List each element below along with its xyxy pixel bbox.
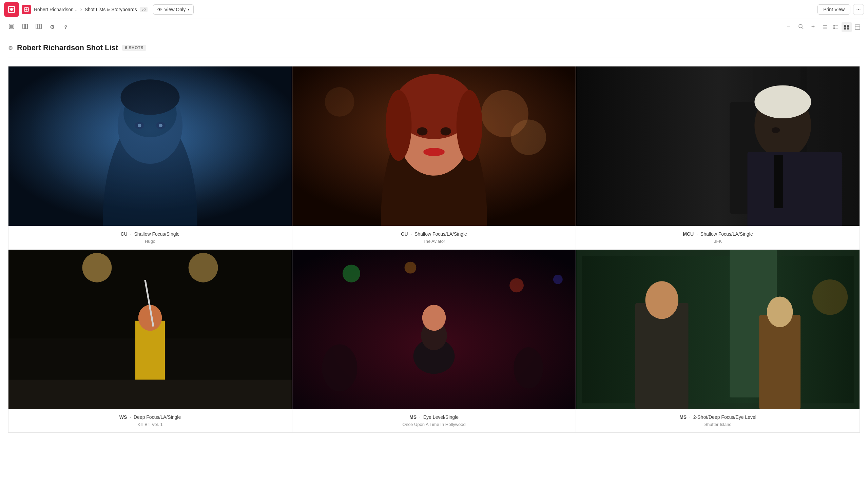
shot-dot-separator: · [418, 414, 422, 420]
toolbar-right: − + [783, 22, 863, 33]
svg-point-40 [511, 120, 546, 155]
top-bar: Robert Richardson .. › Shot Lists & Stor… [0, 0, 868, 19]
project-logo-icon [24, 7, 29, 12]
shot-type-4: WS · Deep Focus/LA/Single [14, 414, 286, 420]
svg-rect-9 [23, 24, 25, 29]
zoom-button[interactable] [795, 22, 806, 33]
shot-movie-4: Kill Bill Vol. 1 [14, 422, 286, 427]
board-view-button[interactable] [852, 22, 863, 32]
svg-point-37 [159, 124, 162, 127]
svg-rect-26 [847, 27, 849, 30]
single-column-button[interactable] [5, 21, 18, 33]
more-options-button[interactable]: ··· [853, 4, 864, 15]
split-column-button[interactable] [33, 21, 45, 33]
breadcrumb-separator: › [80, 6, 82, 13]
shot-dot-separator: · [695, 231, 699, 237]
zoom-in-button[interactable]: + [808, 22, 818, 33]
zoom-out-button[interactable]: − [783, 22, 794, 33]
svg-rect-83 [759, 315, 801, 409]
shot-image-5 [292, 250, 576, 409]
svg-rect-57 [774, 155, 783, 208]
svg-point-14 [799, 24, 802, 28]
list-view-button[interactable] [820, 22, 830, 32]
svg-rect-25 [844, 27, 846, 30]
shot-details: Eye Level/Single [423, 414, 459, 420]
shot-details: Shallow Focus/Single [134, 231, 180, 237]
shot-info-1: CU · Shallow Focus/SingleHugo [8, 226, 292, 249]
svg-point-35 [156, 122, 166, 129]
svg-point-1 [10, 8, 13, 11]
shot-card[interactable]: MCU · Shallow Focus/LA/SingleJFK [576, 66, 860, 250]
chevron-down-icon: ▾ [188, 7, 189, 11]
shot-type-1: CU · Shallow Focus/Single [14, 231, 286, 237]
shot-card[interactable]: MS · Eye Level/SingleOnce Upon A Time In… [292, 250, 576, 433]
shot-info-4: WS · Deep Focus/LA/SingleKill Bill Vol. … [8, 409, 292, 432]
svg-rect-77 [576, 250, 860, 409]
shot-dot-separator: · [688, 414, 692, 420]
detail-view-button[interactable] [831, 22, 841, 32]
svg-point-70 [405, 261, 417, 273]
shot-type-code: MS [409, 414, 417, 420]
svg-point-80 [812, 279, 848, 315]
svg-point-49 [423, 148, 445, 156]
svg-rect-56 [747, 152, 842, 226]
shot-details: Shallow Focus/LA/Single [414, 231, 467, 237]
svg-line-15 [802, 27, 803, 29]
more-dots-icon: ··· [856, 6, 861, 13]
svg-rect-12 [38, 24, 39, 29]
section-header: ⚙ Robert Richardson Shot List 6 SHOTS [8, 43, 860, 52]
multi-column-button[interactable] [19, 21, 31, 33]
shot-info-5: MS · Eye Level/SingleOnce Upon A Time In… [292, 409, 576, 432]
shot-details: 2-Shot/Deep Focus/Eye Level [693, 414, 756, 420]
svg-point-58 [772, 127, 780, 133]
shot-image-1 [8, 66, 292, 226]
eye-icon: 👁 [157, 7, 162, 12]
shot-movie-1: Hugo [14, 239, 286, 244]
project-icon [22, 5, 31, 14]
shot-type-6: MS · 2-Shot/Deep Focus/Eye Level [582, 414, 854, 420]
help-button[interactable]: ? [60, 21, 72, 33]
view-only-button[interactable]: 👁 View Only ▾ [153, 4, 194, 15]
shot-image-2 [292, 66, 576, 226]
main-content: ⚙ Robert Richardson Shot List 6 SHOTS [0, 35, 868, 441]
version-badge: v0 [140, 7, 148, 12]
view-toggle [820, 22, 863, 32]
shot-movie-3: JFK [582, 239, 854, 244]
svg-point-45 [386, 90, 412, 161]
app-logo[interactable] [4, 2, 19, 17]
shot-dot-separator: · [128, 414, 132, 420]
shot-card[interactable]: CU · Shallow Focus/LA/SingleThe Aviator [292, 66, 576, 250]
shot-movie-5: Once Upon A Time In Hollywood [298, 422, 570, 427]
svg-rect-13 [40, 24, 41, 29]
app-logo-icon [7, 5, 16, 14]
svg-point-68 [343, 265, 360, 282]
svg-point-73 [514, 347, 543, 389]
svg-point-33 [121, 79, 180, 115]
zoom-in-icon: + [811, 23, 815, 31]
single-col-icon [8, 23, 15, 31]
shot-card[interactable]: MS · 2-Shot/Deep Focus/Eye LevelShutter … [576, 250, 860, 433]
svg-point-31 [118, 87, 182, 164]
shot-grid: CU · Shallow Focus/SingleHugo [8, 66, 860, 433]
multi-col-icon [22, 23, 28, 31]
zoom-icon [798, 24, 804, 30]
svg-point-61 [82, 253, 112, 282]
svg-point-55 [754, 85, 811, 118]
settings-button[interactable]: ⚙ [46, 21, 58, 33]
shot-image-4 [8, 250, 292, 409]
shot-type-3: MCU · Shallow Focus/LA/Single [582, 231, 854, 237]
svg-rect-29 [8, 66, 292, 226]
shot-type-code: CU [121, 231, 128, 237]
svg-rect-27 [855, 25, 860, 30]
svg-rect-23 [844, 25, 846, 27]
svg-point-71 [553, 275, 563, 284]
shot-dot-separator: · [129, 231, 133, 237]
grid-view-button[interactable] [842, 22, 852, 32]
settings-icon: ⚙ [50, 24, 55, 30]
svg-rect-10 [25, 24, 27, 29]
svg-point-69 [509, 278, 524, 292]
shot-card[interactable]: WS · Deep Focus/LA/SingleKill Bill Vol. … [8, 250, 292, 433]
shot-card[interactable]: CU · Shallow Focus/SingleHugo [8, 66, 292, 250]
print-view-button[interactable]: Print View [817, 4, 850, 15]
svg-point-36 [138, 124, 141, 127]
